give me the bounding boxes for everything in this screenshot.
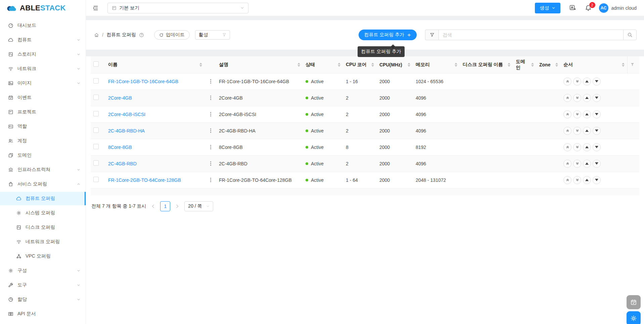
move-down-button[interactable] <box>593 127 601 135</box>
sidebar-item-vpc-offerings[interactable]: VPC 오퍼링 <box>0 250 86 263</box>
row-actions-icon[interactable] <box>208 79 214 84</box>
translate-icon[interactable] <box>569 4 576 11</box>
previous-page-button[interactable] <box>149 201 157 211</box>
move-top-button[interactable] <box>563 160 571 168</box>
row-checkbox[interactable] <box>93 111 99 116</box>
settings-button[interactable] <box>627 311 641 324</box>
next-page-button[interactable] <box>173 201 182 211</box>
row-actions-icon[interactable] <box>208 161 214 166</box>
help-icon[interactable] <box>139 33 144 38</box>
offering-name-link[interactable]: 8Core-8GB <box>108 145 132 150</box>
sidebar-item-compute[interactable]: 컴퓨트 <box>0 33 86 47</box>
move-up-button[interactable] <box>583 77 591 86</box>
sidebar-item-configuration[interactable]: 구성 <box>0 264 86 277</box>
sidebar-item-network[interactable]: 네트워크 <box>0 62 86 75</box>
username[interactable]: admin cloud <box>611 5 637 11</box>
move-down-button[interactable] <box>593 77 601 86</box>
move-up-button[interactable] <box>583 143 591 151</box>
row-actions-icon[interactable] <box>208 178 214 182</box>
move-up-button[interactable] <box>583 160 591 168</box>
sidebar-item-roles[interactable]: 역할 <box>0 120 86 133</box>
column-header-cpu-cores[interactable]: CPU 코어 <box>343 56 377 73</box>
move-bottom-button[interactable] <box>573 94 581 102</box>
move-top-button[interactable] <box>563 94 571 102</box>
search-input[interactable] <box>439 30 624 40</box>
sidebar-item-api-docs[interactable]: API 문서 <box>0 307 86 321</box>
column-header-cpu-mhz[interactable]: CPU(MHz) <box>377 56 413 73</box>
sidebar-item-dashboard[interactable]: 대시보드 <box>0 19 86 32</box>
row-actions-icon[interactable] <box>208 128 214 133</box>
menu-fold-icon[interactable] <box>93 5 99 11</box>
move-bottom-button[interactable] <box>573 176 581 184</box>
offering-name-link[interactable]: 2Core-4GB-iSCSI <box>108 112 145 117</box>
offering-name-link[interactable]: FR-1Core-2GB-TO-64Core-128GB <box>108 177 181 183</box>
move-top-button[interactable] <box>563 77 571 86</box>
ablestack-logo[interactable]: ABLESTACK <box>0 0 86 16</box>
move-top-button[interactable] <box>563 110 571 118</box>
home-icon[interactable] <box>94 33 99 38</box>
update-button[interactable]: 업데이트 <box>154 30 190 40</box>
column-header-memory[interactable]: 메모리 <box>413 56 460 73</box>
move-up-button[interactable] <box>583 110 591 118</box>
move-bottom-button[interactable] <box>573 110 581 118</box>
search-button[interactable] <box>623 30 637 40</box>
move-bottom-button[interactable] <box>573 160 581 168</box>
row-checkbox[interactable] <box>93 95 99 100</box>
sidebar-item-images[interactable]: 이미지 <box>0 76 86 90</box>
table-filter-header[interactable] <box>627 56 639 73</box>
create-button[interactable]: 생성 <box>535 3 560 13</box>
sidebar-item-tools[interactable]: 도구 <box>0 278 86 292</box>
row-checkbox[interactable] <box>93 78 99 84</box>
move-top-button[interactable] <box>563 176 571 184</box>
view-select[interactable]: 기본 보기 <box>107 3 248 13</box>
column-header-order[interactable]: 순서 <box>561 56 627 73</box>
move-top-button[interactable] <box>563 127 571 135</box>
offering-name-link[interactable]: 2C-4GB-RBD-HA <box>108 128 145 133</box>
sidebar-item-events[interactable]: 이벤트 <box>0 91 86 104</box>
event-log-button[interactable] <box>627 295 641 309</box>
sidebar-item-storage[interactable]: 스토리지 <box>0 48 86 61</box>
column-header-disk-offering[interactable]: 디스크 오퍼링 이름 <box>460 56 513 73</box>
sidebar-item-system-offerings[interactable]: 시스템 오퍼링 <box>0 206 86 220</box>
add-compute-offering-button[interactable]: 컴퓨트 오퍼링 추가 <box>359 30 417 40</box>
notifications-bell[interactable]: 2 <box>585 5 592 11</box>
move-down-button[interactable] <box>593 176 601 184</box>
offering-name-link[interactable]: 2Core-4GB <box>108 95 132 101</box>
avatar[interactable]: AC <box>599 3 608 13</box>
move-down-button[interactable] <box>593 94 601 102</box>
search-filter-addon[interactable] <box>425 30 439 40</box>
sidebar-item-domains[interactable]: 도메인 <box>0 149 86 162</box>
sidebar-item-projects[interactable]: 프로젝트 <box>0 105 86 119</box>
column-header-domain[interactable]: 도메인 <box>513 56 537 73</box>
column-header-zone[interactable]: Zone <box>537 56 561 73</box>
sidebar-item-infrastructure[interactable]: 인프라스트럭쳐 <box>0 163 86 176</box>
sidebar-item-accounts[interactable]: 계정 <box>0 134 86 148</box>
page-number-button[interactable]: 1 <box>160 201 170 211</box>
move-bottom-button[interactable] <box>573 77 581 86</box>
row-checkbox[interactable] <box>93 177 99 182</box>
sidebar-item-disk-offerings[interactable]: 디스크 오퍼링 <box>0 221 86 234</box>
row-actions-icon[interactable] <box>208 145 214 149</box>
move-down-button[interactable] <box>593 110 601 118</box>
row-actions-icon[interactable] <box>208 112 214 116</box>
sidebar-item-network-offerings[interactable]: 네트워크 오퍼링 <box>0 235 86 249</box>
move-bottom-button[interactable] <box>573 143 581 151</box>
offering-name-link[interactable]: FR-1Core-1GB-TO-16Core-64GB <box>108 79 178 84</box>
sidebar-item-compute-offerings[interactable]: 컴퓨트 오퍼링 <box>0 192 86 205</box>
select-all-checkbox[interactable] <box>93 61 99 67</box>
column-header-description[interactable]: 설명 <box>216 56 303 73</box>
row-actions-icon[interactable] <box>208 96 214 100</box>
row-checkbox[interactable] <box>93 160 99 166</box>
move-top-button[interactable] <box>563 143 571 151</box>
move-bottom-button[interactable] <box>573 127 581 135</box>
move-up-button[interactable] <box>583 176 591 184</box>
move-up-button[interactable] <box>583 94 591 102</box>
move-down-button[interactable] <box>593 160 601 168</box>
move-down-button[interactable] <box>593 143 601 151</box>
sidebar-item-service-offerings[interactable]: 서비스 오퍼링 <box>0 177 86 191</box>
offering-name-link[interactable]: 2C-4GB-RBD <box>108 161 137 166</box>
page-size-select[interactable]: 20 / 쪽 <box>184 201 213 211</box>
column-header-name[interactable]: 이름 <box>105 56 205 73</box>
status-filter-select[interactable]: 활성 <box>195 30 230 40</box>
row-checkbox[interactable] <box>93 127 99 133</box>
